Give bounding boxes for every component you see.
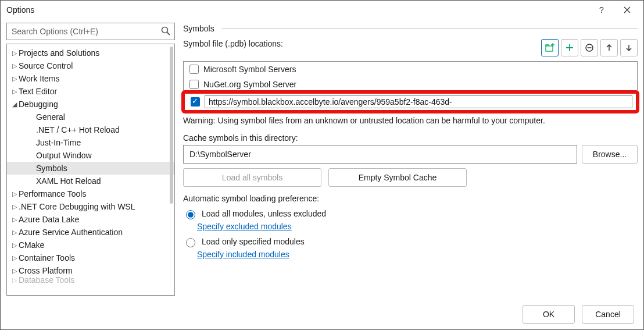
load-all-symbols-button[interactable]: Load all symbols bbox=[183, 168, 321, 187]
radio-input[interactable] bbox=[186, 210, 195, 219]
location-checkbox[interactable] bbox=[189, 65, 199, 74]
tree-item-label: Azure Data Lake bbox=[19, 215, 79, 224]
tree-item-label: Azure Service Authentication bbox=[19, 228, 123, 237]
tree-item-label: Database Tools bbox=[19, 277, 74, 283]
tree-child-item[interactable]: Symbols bbox=[7, 162, 174, 175]
chevron-right-icon: ▷ bbox=[10, 229, 19, 236]
tree-item[interactable]: ▷CMake bbox=[7, 239, 174, 251]
location-checkbox[interactable] bbox=[191, 97, 200, 107]
tree-child-item[interactable]: Output Window bbox=[7, 149, 174, 162]
move-down-button[interactable] bbox=[620, 39, 638, 56]
cache-dir-label: Cache symbols in this directory: bbox=[183, 133, 638, 143]
tree-item[interactable]: ▷Projects and Solutions bbox=[7, 47, 174, 59]
tree-child-item[interactable]: XAML Hot Reload bbox=[7, 175, 174, 187]
tree-item-label: General bbox=[36, 112, 65, 122]
tree-item-label: .NET / C++ Hot Reload bbox=[36, 125, 120, 134]
tree-item[interactable]: ▷Azure Service Authentication bbox=[7, 226, 174, 239]
minus-circle-icon bbox=[585, 43, 594, 52]
specify-excluded-link[interactable]: Specify excluded modules bbox=[197, 222, 292, 231]
chevron-right-icon: ▷ bbox=[10, 216, 19, 223]
options-dialog: Options ? ▷Projects and Solutions▷Source… bbox=[0, 0, 644, 330]
tree-item-label: Just-In-Time bbox=[36, 138, 81, 147]
search-options[interactable] bbox=[6, 23, 175, 40]
radio-load-all[interactable]: Load all modules, unless excluded bbox=[183, 207, 638, 221]
new-folder-button[interactable] bbox=[541, 39, 559, 56]
move-up-button[interactable] bbox=[600, 39, 618, 56]
chevron-right-icon: ▷ bbox=[10, 277, 19, 283]
tree-item[interactable]: ▷Text Editor bbox=[7, 85, 174, 98]
tree-item[interactable]: ▷Azure Data Lake bbox=[7, 213, 174, 226]
locations-label: Symbol file (.pdb) locations: bbox=[183, 39, 283, 48]
close-icon bbox=[624, 6, 631, 13]
location-label: NuGet.org Symbol Server bbox=[203, 80, 296, 89]
search-icon bbox=[160, 26, 171, 36]
left-pane: ▷Projects and Solutions▷Source Control▷W… bbox=[6, 23, 175, 296]
chevron-right-icon: ▷ bbox=[10, 49, 19, 57]
symbol-location-row[interactable]: https://symbol.blackbox.accelbyte.io/ave… bbox=[185, 94, 636, 110]
title-divider bbox=[221, 29, 638, 29]
svg-rect-2 bbox=[546, 46, 553, 51]
chevron-down-icon: ◢ bbox=[10, 101, 19, 108]
tree-item-label: Symbols bbox=[36, 164, 67, 173]
tree-item-label: Work Items bbox=[19, 74, 60, 83]
browse-button[interactable]: Browse... bbox=[582, 145, 638, 164]
symbol-locations-list[interactable]: Microsoft Symbol Servers NuGet.org Symbo… bbox=[183, 61, 638, 112]
radio-input[interactable] bbox=[186, 238, 195, 247]
search-input[interactable] bbox=[7, 23, 174, 40]
tree-item-label: Performance Tools bbox=[19, 189, 86, 198]
tree-item-label: Text Editor bbox=[19, 87, 57, 96]
chevron-right-icon: ▷ bbox=[10, 75, 19, 83]
chevron-right-icon: ▷ bbox=[10, 203, 19, 211]
tree-item[interactable]: ▷.NET Core Debugging with WSL bbox=[7, 200, 174, 213]
chevron-right-icon: ▷ bbox=[10, 242, 19, 249]
close-button[interactable] bbox=[614, 1, 640, 19]
chevron-right-icon: ▷ bbox=[10, 190, 19, 198]
tree-item-label: Projects and Solutions bbox=[19, 48, 99, 58]
cache-dir-input[interactable]: D:\SymbolServer bbox=[183, 145, 577, 164]
chevron-right-icon: ▷ bbox=[10, 88, 19, 95]
ok-button[interactable]: OK bbox=[523, 305, 575, 324]
warning-text: Warning: Using symbol files from an unkn… bbox=[183, 116, 638, 125]
location-label: Microsoft Symbol Servers bbox=[203, 65, 296, 74]
chevron-right-icon: ▷ bbox=[10, 267, 19, 275]
chevron-right-icon: ▷ bbox=[10, 254, 19, 262]
svg-line-1 bbox=[167, 33, 170, 36]
location-checkbox[interactable] bbox=[189, 80, 199, 89]
tree-item[interactable]: ◢Debugging bbox=[7, 98, 174, 111]
tree-item-label: Output Window bbox=[36, 151, 92, 160]
tree-item[interactable]: ▷Source Control bbox=[7, 59, 174, 72]
highlighted-location: https://symbol.blackbox.accelbyte.io/ave… bbox=[181, 90, 639, 113]
tree-item[interactable]: ▷Performance Tools bbox=[7, 187, 174, 200]
options-tree[interactable]: ▷Projects and Solutions▷Source Control▷W… bbox=[6, 44, 175, 296]
tree-item-label: Container Tools bbox=[19, 253, 75, 262]
tree-child-item[interactable]: General bbox=[7, 111, 174, 123]
svg-point-0 bbox=[162, 27, 168, 33]
right-pane: Symbols Symbol file (.pdb) locations: bbox=[183, 23, 638, 296]
folder-plus-icon bbox=[545, 42, 555, 53]
tree-item-label: XAML Hot Reload bbox=[36, 176, 101, 186]
tree-item[interactable]: ▷Database Tools bbox=[7, 277, 174, 283]
cancel-button[interactable]: Cancel bbox=[582, 305, 634, 324]
specify-included-link[interactable]: Specify included modules bbox=[197, 250, 289, 259]
titlebar: Options ? bbox=[1, 1, 643, 19]
radio-load-specified[interactable]: Load only specified modules bbox=[183, 235, 638, 249]
remove-button[interactable] bbox=[581, 39, 598, 56]
tree-item[interactable]: ▷Cross Platform bbox=[7, 264, 174, 277]
add-button[interactable] bbox=[561, 39, 578, 56]
tree-item-label: Source Control bbox=[19, 61, 73, 70]
chevron-right-icon: ▷ bbox=[10, 62, 19, 70]
tree-item-label: CMake bbox=[19, 240, 44, 250]
plus-icon bbox=[565, 43, 574, 52]
loading-pref-label: Automatic symbol loading preference: bbox=[183, 194, 638, 203]
tree-item-label: Debugging bbox=[19, 100, 58, 109]
help-button[interactable]: ? bbox=[589, 1, 614, 19]
locations-toolbar bbox=[541, 39, 638, 56]
tree-item[interactable]: ▷Work Items bbox=[7, 72, 174, 85]
tree-child-item[interactable]: .NET / C++ Hot Reload bbox=[7, 123, 174, 136]
location-url-input[interactable]: https://symbol.blackbox.accelbyte.io/ave… bbox=[205, 95, 632, 108]
window-title: Options bbox=[6, 5, 34, 15]
tree-child-item[interactable]: Just-In-Time bbox=[7, 136, 174, 149]
empty-symbol-cache-button[interactable]: Empty Symbol Cache bbox=[328, 168, 467, 187]
symbol-location-row[interactable]: Microsoft Symbol Servers bbox=[184, 62, 637, 77]
tree-item[interactable]: ▷Container Tools bbox=[7, 251, 174, 264]
